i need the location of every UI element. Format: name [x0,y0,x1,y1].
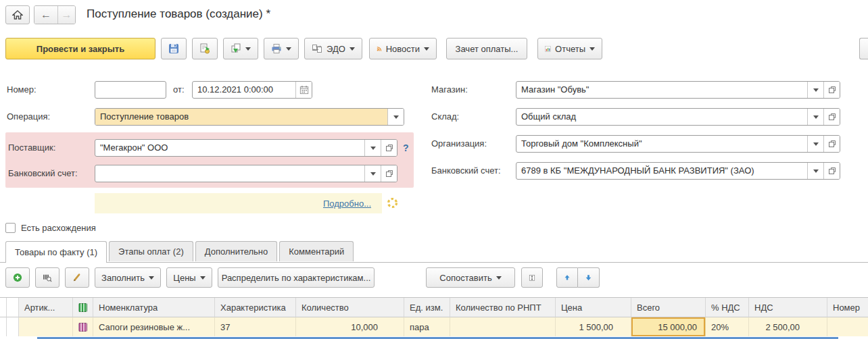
post-and-close-button[interactable]: Провести и закрыть [5,38,155,59]
col-header-rnpt-quantity[interactable]: Количество по РНПТ [450,298,556,317]
supplier-bank-account-value[interactable] [95,165,364,182]
col-header-number[interactable]: Номер [827,298,868,317]
post-document-button[interactable] [192,38,218,59]
cell-number[interactable] [827,317,868,336]
store-open-button[interactable] [823,82,840,98]
cell-total-selected[interactable]: 15 000,00 [631,317,706,336]
date-field[interactable]: 10.12.2021 0:00:00 [192,81,312,99]
cell-rnpt-quantity[interactable] [450,317,556,336]
supplier-bank-account-field[interactable] [95,165,397,182]
col-header-vat-rate[interactable]: % НДС [706,298,749,317]
cell-price[interactable]: 1 500,00 [556,317,631,336]
print-dropdown-caret-icon [286,47,291,51]
col-header-total[interactable]: Всего [631,298,706,317]
cell-unit[interactable]: пара [404,317,450,336]
row-height-fit-button[interactable] [521,267,543,288]
org-bank-account-value[interactable]: 6789 в КБ "МЕЖДУНАРОДНЫЙ БАНК РАЗВИТИЯ" … [516,163,807,179]
table-row[interactable]: Сапоги резиновые ж... 37 10,000 пара 1 5… [0,317,868,336]
warehouse-value[interactable]: Общий склад [516,109,807,125]
date-value[interactable]: 10.12.2021 0:00:00 [193,82,295,98]
copy-icon [231,43,241,54]
tab-additional[interactable]: Дополнительно [195,241,278,261]
operation-field[interactable]: Поступление товаров [95,108,404,126]
details-link[interactable]: Подробно... [323,199,371,209]
save-button[interactable] [161,38,187,59]
warehouse-field[interactable]: Общий склад [516,108,840,126]
move-row-down-button[interactable] [578,267,600,288]
cell-article[interactable] [19,317,73,336]
org-bank-account-field[interactable]: 6789 в КБ "МЕЖДУНАРОДНЫЙ БАНК РАЗВИТИЯ" … [516,162,840,180]
tab-goods-by-fact[interactable]: Товары по факту (1) [5,241,107,263]
distribute-by-characteristics-button[interactable]: Распределить по характеристикам... [218,267,375,288]
discrepancies-checkbox[interactable] [5,223,16,233]
col-header-characteristic[interactable]: Характеристика [215,298,296,317]
supplier-bank-account-open-button[interactable] [381,165,397,182]
warehouse-open-button[interactable] [823,109,840,125]
number-label: Номер: [7,81,37,99]
back-button[interactable]: ← [34,6,57,24]
fill-button[interactable]: Заполнить [95,267,161,288]
cell-nomenclature[interactable]: Сапоги резиновые ж... [93,317,215,336]
forward-button[interactable]: → [58,6,75,24]
store-dropdown-button[interactable] [807,82,823,98]
organization-dropdown-button[interactable] [807,136,823,152]
cell-vat-rate[interactable]: 20% [706,317,749,336]
cell-quantity[interactable]: 10,000 [296,317,404,336]
payment-offset-label: Зачет оплаты... [456,44,519,54]
col-header-article[interactable]: Артик... [19,298,73,317]
col-header-unit[interactable]: Ед. изм. [404,298,450,317]
toolbar-overflow-button-partial[interactable] [859,38,868,59]
edo-dropdown-caret-icon [349,47,355,51]
edo-exchange-icon [312,43,322,54]
organization-value[interactable]: Торговый дом "Комплексный" [516,136,807,152]
add-row-button[interactable] [5,267,30,288]
fill-dropdown-caret-icon [149,276,154,280]
loading-spinner-icon [387,197,398,209]
news-dropdown-caret-icon [424,47,429,51]
open-form-icon [828,86,836,94]
store-field[interactable]: Магазин "Обувь" [516,81,840,99]
prices-button[interactable]: Цены [166,267,212,288]
payment-offset-button[interactable]: Зачет оплаты... [446,38,527,59]
cell-vat-amount[interactable]: 2 500,00 [749,317,827,336]
home-button[interactable] [5,5,30,24]
supplier-open-button[interactable] [381,140,397,156]
tab-payment-stages[interactable]: Этапы оплат (2) [109,241,193,261]
news-button[interactable]: Новости [369,38,437,59]
cell-barcode[interactable] [73,317,93,336]
col-header-price[interactable]: Цена [556,298,631,317]
number-value[interactable] [95,82,166,98]
supplier-value[interactable]: "Мегакрон" ООО [95,140,364,156]
barcode-scanner-icon [43,272,52,283]
col-header-quantity[interactable]: Количество [296,298,404,317]
supplier-help-link[interactable]: ? [403,142,409,153]
organization-field[interactable]: Торговый дом "Комплексный" [516,135,840,153]
col-header-nomenclature[interactable]: Номенклатура [93,298,215,317]
store-value[interactable]: Магазин "Обувь" [516,82,807,98]
tab-label: Товары по факту (1) [15,247,97,257]
org-bank-account-dropdown-button[interactable] [807,163,823,179]
supplier-bank-account-dropdown-button[interactable] [364,165,381,182]
tab-comment[interactable]: Комментарий [279,241,354,261]
supplier-dropdown-button[interactable] [364,140,381,156]
date-calendar-button[interactable] [295,82,312,98]
copy-create-based-button[interactable] [223,38,258,59]
col-header-vat-amount[interactable]: НДС [749,298,827,317]
reports-button[interactable]: Отчеты [537,38,602,59]
match-button[interactable]: Сопоставить [426,267,515,288]
col-header-barcode[interactable] [73,298,93,317]
move-row-up-button[interactable] [556,267,578,288]
barcode-scan-button[interactable] [35,267,59,288]
tab-label: Дополнительно [205,246,268,257]
warehouse-dropdown-button[interactable] [807,109,823,125]
organization-open-button[interactable] [823,136,840,152]
print-button[interactable] [264,38,299,59]
org-bank-account-open-button[interactable] [823,163,840,179]
cell-characteristic[interactable]: 37 [215,317,296,336]
number-field[interactable] [95,81,166,99]
edit-brush-button[interactable] [65,267,89,288]
supplier-field[interactable]: "Мегакрон" ООО [95,139,397,157]
operation-value[interactable]: Поступление товаров [95,109,387,125]
operation-dropdown-button[interactable] [387,109,404,125]
edo-button[interactable]: ЭДО [304,38,362,59]
